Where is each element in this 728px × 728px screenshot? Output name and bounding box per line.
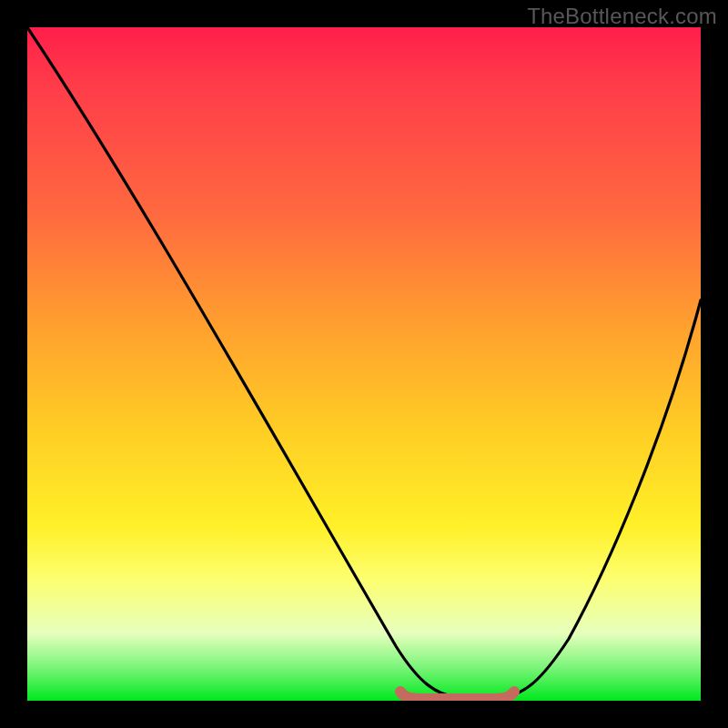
plot-area [27,27,701,701]
minimum-marker [400,692,514,699]
bottleneck-curve-svg [27,27,701,701]
chart-frame: TheBottleneck.com [0,0,728,728]
curve-path [27,27,701,697]
watermark-text: TheBottleneck.com [527,4,717,29]
